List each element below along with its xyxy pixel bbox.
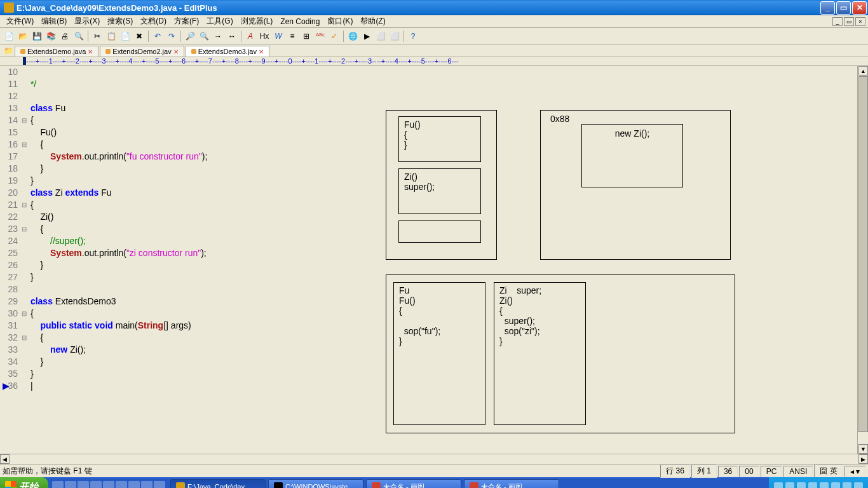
window-title: E:\Java_Code\day09\ExtendsDemo3.java - E… (17, 3, 217, 13)
font-icon[interactable]: A (244, 30, 257, 43)
task-paint1[interactable]: 未命名 - 画图 (366, 479, 461, 488)
scroll-up-icon[interactable]: ▲ (858, 66, 868, 76)
code-line[interactable]: 10 (3, 66, 868, 78)
menubar: 文件(W) 编辑(B) 显示(X) 搜索(S) 文档(D) 方案(F) 工具(G… (0, 15, 868, 28)
menu-tool[interactable]: 工具(G) (203, 15, 236, 28)
tab-extendsdemo3[interactable]: ExtendsDemo3.jav✕ (186, 46, 269, 57)
editor[interactable]: 1011 */1213 class Fu14⊟ {15 Fu()16⊟ {17 … (0, 66, 868, 454)
taskbar: 开始 E:\Java_Code\day.. C:\WINDOWS\syste..… (0, 477, 868, 488)
tab-extendsdemo2[interactable]: ExtendsDemo2.jav✕ (100, 46, 184, 57)
ql-icon[interactable] (116, 481, 127, 488)
preview-icon[interactable]: 🔍 (72, 30, 85, 43)
cut-icon[interactable]: ✂ (91, 30, 104, 43)
menu-help[interactable]: 帮助(Z) (356, 15, 389, 28)
scroll-left-icon[interactable]: ◀ (0, 454, 10, 464)
ql-icon[interactable] (128, 481, 140, 488)
tool1-icon[interactable]: ⬜ (374, 30, 387, 43)
ql-icon[interactable] (65, 481, 76, 488)
tab-list-icon[interactable]: 📁 (3, 45, 15, 57)
menu-document[interactable]: 文档(D) (137, 15, 170, 28)
list-icon[interactable]: ⊞ (300, 30, 313, 43)
task-cmd[interactable]: C:\WINDOWS\syste.. (268, 479, 363, 488)
menu-browser[interactable]: 浏览器(L) (237, 15, 277, 28)
ql-icon[interactable] (52, 481, 64, 488)
horizontal-scrollbar[interactable]: ◀ ▶ (0, 454, 868, 464)
find-icon[interactable]: 🔎 (184, 30, 196, 43)
menu-project[interactable]: 方案(F) (170, 15, 203, 28)
new-icon[interactable]: 📄 (3, 30, 15, 43)
menu-edit[interactable]: 编辑(B) (37, 15, 71, 28)
maximize-button[interactable]: ▭ (836, 1, 851, 15)
tab-extendsdemo[interactable]: ExtendsDemo.java✕ (15, 46, 98, 57)
code-line[interactable]: 12 (3, 90, 868, 102)
redo-icon[interactable]: ↷ (165, 30, 178, 43)
mdi-restore-button[interactable]: ▭ (844, 17, 854, 26)
menu-file[interactable]: 文件(W) (3, 15, 37, 28)
goto2-icon[interactable]: ↔ (226, 30, 238, 43)
menu-window[interactable]: 窗口(K) (323, 15, 356, 28)
tray-icon[interactable] (843, 482, 851, 488)
hex-icon[interactable]: Hx (258, 30, 271, 43)
tabbar: 📁 ExtendsDemo.java✕ ExtendsDemo2.jav✕ Ex… (0, 44, 868, 57)
menu-search[interactable]: 搜索(S) (104, 15, 137, 28)
indent-icon[interactable]: ≡ (286, 30, 299, 43)
spell-icon[interactable]: ᴬᴮᶜ (314, 30, 327, 43)
tray-icon[interactable] (854, 482, 863, 488)
scroll-right-icon[interactable]: ▶ (858, 454, 868, 464)
copy-icon[interactable]: 📋 (105, 30, 118, 43)
help-icon[interactable]: ? (407, 30, 419, 43)
task-editplus[interactable]: E:\Java_Code\day.. (170, 479, 266, 488)
code-line[interactable]: 26 } (3, 259, 868, 271)
diagram-newzi: new Zi(); (581, 124, 683, 187)
status-extra[interactable]: ◂ ▾ (844, 466, 865, 477)
paste-icon[interactable]: 📄 (119, 30, 132, 43)
mdi-minimize-button[interactable]: _ (832, 17, 843, 26)
menu-view[interactable]: 显示(X) (71, 15, 104, 28)
check-icon[interactable]: ✓ (328, 30, 341, 43)
vertical-scrollbar[interactable]: ▲ ▼ (857, 66, 868, 454)
goto-icon[interactable]: → (212, 30, 224, 43)
menu-zen[interactable]: Zen Coding (276, 16, 323, 27)
minimize-button[interactable]: _ (820, 1, 835, 15)
save-icon[interactable]: 💾 (31, 30, 43, 43)
replace-icon[interactable]: 🔍 (198, 30, 210, 43)
tray-icon[interactable] (831, 482, 840, 488)
quicklaunch (48, 481, 169, 488)
ql-icon[interactable] (90, 481, 102, 488)
delete-icon[interactable]: ✖ (133, 30, 146, 43)
status-help: 如需帮助，请按键盘 F1 键 (3, 466, 659, 477)
tool2-icon[interactable]: ⬜ (388, 30, 401, 43)
systray[interactable] (769, 477, 868, 488)
tray-icon[interactable] (785, 482, 794, 488)
browser-icon[interactable]: 🌐 (346, 30, 359, 43)
wrap-icon[interactable]: W (272, 30, 285, 43)
close-button[interactable]: ✕ (852, 1, 867, 15)
undo-icon[interactable]: ↶ (151, 30, 164, 43)
tray-icon[interactable] (774, 482, 783, 488)
open-icon[interactable]: 📂 (17, 30, 29, 43)
run-icon[interactable]: ▶ (360, 30, 373, 43)
mdi-close-button[interactable]: × (855, 17, 865, 26)
scroll-thumb[interactable] (858, 76, 868, 432)
diagram-zi-frame: Zi() super(); (398, 168, 481, 214)
ql-icon[interactable] (141, 481, 153, 488)
start-button[interactable]: 开始 (0, 477, 48, 488)
code-line[interactable]: 11 */ (3, 78, 868, 90)
ql-icon[interactable] (154, 481, 165, 488)
ql-icon[interactable] (103, 481, 114, 488)
tray-icon[interactable] (820, 482, 829, 488)
status-enc: ANSI (783, 466, 813, 477)
status-line: 行 36 (660, 464, 690, 478)
diagram-fu-method: Fu Fu() { sop("fu"); } (393, 282, 485, 425)
status-ime[interactable]: 囼 英 (814, 464, 843, 478)
scroll-down-icon[interactable]: ▼ (858, 444, 868, 454)
tray-icon[interactable] (808, 482, 817, 488)
saveall-icon[interactable]: 📚 (44, 30, 57, 43)
ql-icon[interactable] (78, 481, 89, 488)
diagram-fu-frame: Fu() { } (398, 116, 481, 162)
print-icon[interactable]: 🖨 (58, 30, 71, 43)
app-icon (4, 3, 14, 13)
tray-icon[interactable] (797, 482, 806, 488)
task-paint2[interactable]: 未命名 - 画图 (464, 479, 559, 488)
status-mode: PC (761, 466, 783, 477)
